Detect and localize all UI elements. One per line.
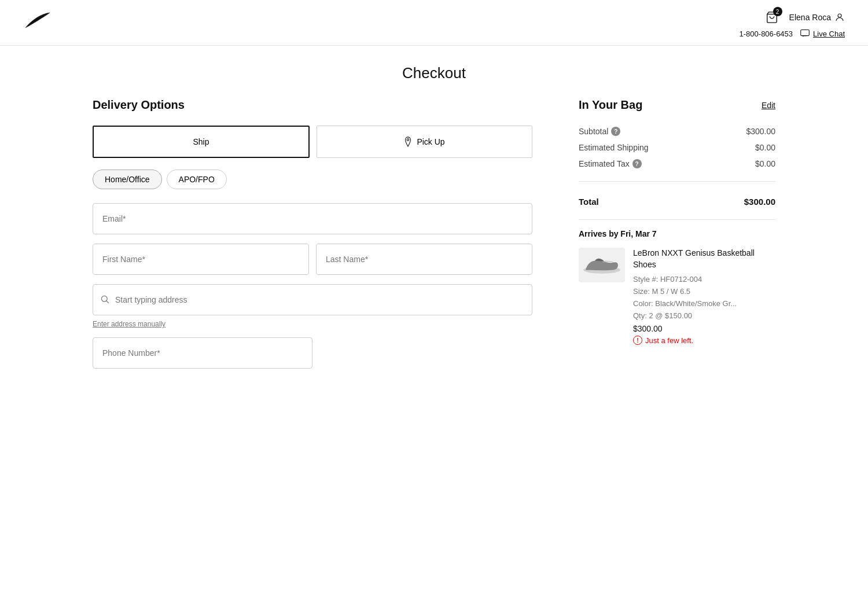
cart-count: 2 xyxy=(773,7,782,16)
pickup-button[interactable]: Pick Up xyxy=(317,126,532,158)
header-right: 2 Elena Roca 1-800-806-6453 Live Chat xyxy=(740,9,845,38)
svg-point-3 xyxy=(407,139,410,141)
subtotal-value: $300.00 xyxy=(746,127,775,136)
user-name: Elena Roca xyxy=(789,13,831,22)
delivery-options-title: Delivery Options xyxy=(93,98,532,112)
edit-bag-link[interactable]: Edit xyxy=(762,101,775,110)
product-meta: Style #: HF0712-004 Size: M 5 / W 6.5 Co… xyxy=(633,274,775,322)
price-summary: Subtotal ? $300.00 Estimated Shipping $0… xyxy=(579,123,775,210)
tax-row: Estimated Tax ? $0.00 xyxy=(579,156,775,172)
left-column: Delivery Options Ship Pick Up Home/Offic… xyxy=(93,98,532,378)
svg-line-5 xyxy=(106,301,108,303)
header-top-row: 2 Elena Roca xyxy=(764,9,845,25)
tax-value: $0.00 xyxy=(755,159,775,168)
arrives-label: Arrives by Fri, Mar 7 xyxy=(579,229,775,238)
shipping-value: $0.00 xyxy=(755,143,775,152)
product-name: LeBron NXXT Genisus Basketball Shoes xyxy=(633,248,775,270)
address-input-wrapper xyxy=(93,284,532,315)
shoe-image-icon xyxy=(581,252,623,278)
right-column: In Your Bag Edit Subtotal ? $300.00 Esti… xyxy=(579,98,775,378)
tax-label: Estimated Tax ? xyxy=(579,159,642,168)
low-stock-indicator: ! Just a few left. xyxy=(633,336,775,345)
home-office-tab[interactable]: Home/Office xyxy=(93,170,162,189)
price-divider xyxy=(579,181,775,182)
enter-address-manual-link[interactable]: Enter address manually xyxy=(93,320,165,328)
total-label: Total xyxy=(579,197,599,207)
page-title-container: Checkout xyxy=(0,46,868,98)
apo-fpo-tab[interactable]: APO/FPO xyxy=(167,170,227,189)
subtotal-label: Subtotal ? xyxy=(579,127,620,136)
subtotal-row: Subtotal ? $300.00 xyxy=(579,123,775,139)
address-search-icon xyxy=(101,295,109,305)
header: 2 Elena Roca 1-800-806-6453 Live Chat xyxy=(0,0,868,46)
svg-point-1 xyxy=(838,14,841,17)
total-value: $300.00 xyxy=(744,197,775,207)
subtotal-help-icon[interactable]: ? xyxy=(611,127,620,136)
delivery-subtabs: Home/Office APO/FPO xyxy=(93,170,532,189)
email-group xyxy=(93,203,532,234)
address-input[interactable] xyxy=(93,284,532,315)
product-style: Style #: HF0712-004 xyxy=(633,274,775,286)
live-chat-button[interactable]: Live Chat xyxy=(800,29,845,38)
section-divider xyxy=(579,219,775,220)
email-input[interactable] xyxy=(93,203,532,234)
header-bottom-row: 1-800-806-6453 Live Chat xyxy=(740,29,845,38)
svg-rect-2 xyxy=(801,30,810,35)
product-image xyxy=(579,248,625,282)
product-item: LeBron NXXT Genisus Basketball Shoes Sty… xyxy=(579,248,775,345)
product-details: LeBron NXXT Genisus Basketball Shoes Sty… xyxy=(633,248,775,345)
shipping-row: Estimated Shipping $0.00 xyxy=(579,139,775,156)
low-stock-text: Just a few left. xyxy=(645,336,693,345)
product-size: Size: M 5 / W 6.5 xyxy=(633,286,775,298)
chat-icon xyxy=(800,29,810,38)
logo[interactable] xyxy=(23,9,53,31)
user-icon xyxy=(834,12,845,23)
phone-input[interactable] xyxy=(93,337,312,369)
live-chat-label: Live Chat xyxy=(813,30,845,38)
product-price: $300.00 xyxy=(633,324,775,333)
phone-group xyxy=(93,337,532,369)
user-menu[interactable]: Elena Roca xyxy=(789,12,845,23)
delivery-toggle: Ship Pick Up xyxy=(93,126,532,158)
low-stock-icon: ! xyxy=(633,336,642,345)
page-title: Checkout xyxy=(0,64,868,82)
address-group: Enter address manually xyxy=(93,284,532,328)
bag-title: In Your Bag xyxy=(579,98,642,112)
cart-button[interactable]: 2 xyxy=(764,9,780,25)
phone-number: 1-800-806-6453 xyxy=(740,30,793,38)
ship-button[interactable]: Ship xyxy=(93,126,310,158)
bag-header: In Your Bag Edit xyxy=(579,98,775,112)
total-row: Total $300.00 xyxy=(579,191,775,210)
product-color: Color: Black/White/Smoke Gr... xyxy=(633,298,775,310)
first-name-input[interactable] xyxy=(93,244,309,275)
name-row xyxy=(93,244,532,275)
pickup-location-icon xyxy=(404,137,412,147)
nike-swoosh-icon xyxy=(23,12,53,31)
last-name-input[interactable] xyxy=(316,244,532,275)
main-layout: Delivery Options Ship Pick Up Home/Offic… xyxy=(69,98,799,378)
shipping-label: Estimated Shipping xyxy=(579,143,649,152)
product-qty: Qty: 2 @ $150.00 xyxy=(633,310,775,322)
tax-help-icon[interactable]: ? xyxy=(632,159,642,168)
